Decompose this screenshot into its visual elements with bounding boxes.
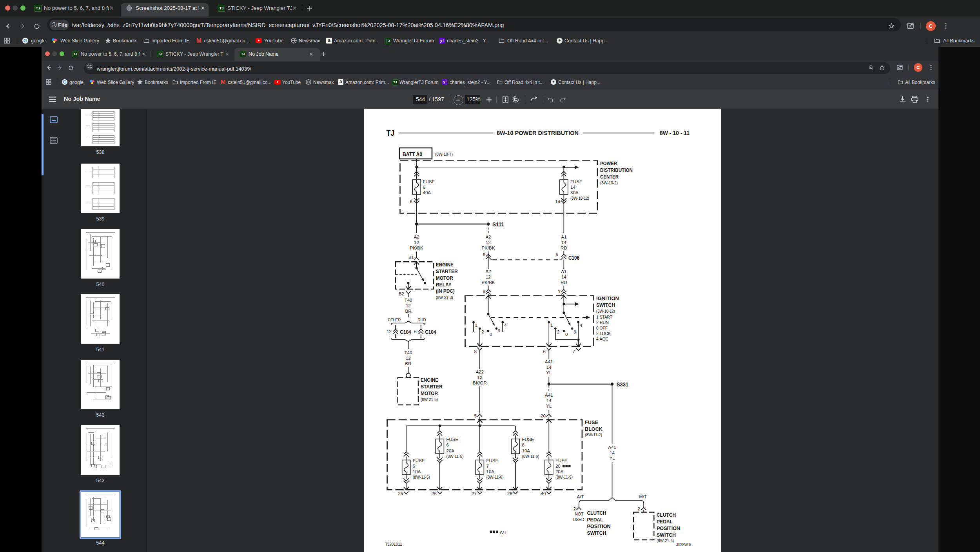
svg-text:20: 20 <box>541 414 546 418</box>
svg-text:SWITCH: SWITCH <box>657 532 676 538</box>
svg-text:PEDAL: PEDAL <box>657 519 673 525</box>
svg-text:12: 12 <box>414 240 419 245</box>
svg-text:SWITCH: SWITCH <box>596 302 615 308</box>
svg-text:8: 8 <box>474 349 477 354</box>
svg-text:FUSE: FUSE <box>446 437 459 442</box>
svg-text:PK/BK: PK/BK <box>410 246 423 250</box>
svg-text:3 LOCK: 3 LOCK <box>596 331 611 336</box>
svg-text:CLUTCH: CLUTCH <box>657 512 676 518</box>
svg-text:FUSE: FUSE <box>486 458 499 463</box>
svg-text:BR: BR <box>405 309 412 313</box>
svg-text:A41: A41 <box>545 359 553 364</box>
svg-text:8W-10 POWER DISTRIBUTION: 8W-10 POWER DISTRIBUTION <box>497 129 579 136</box>
svg-text:20: 20 <box>555 464 561 468</box>
svg-text:9: 9 <box>483 289 485 294</box>
svg-text:BATT A0: BATT A0 <box>403 151 422 157</box>
svg-text:FUSE: FUSE <box>570 179 583 184</box>
svg-text:C104: C104 <box>400 328 412 335</box>
svg-text:YL: YL <box>609 456 615 461</box>
svg-text:(8W-11-6): (8W-11-6) <box>486 475 504 479</box>
svg-text:A41: A41 <box>545 393 553 397</box>
svg-text:SWITCH: SWITCH <box>587 530 606 536</box>
svg-text:ENGINE: ENGINE <box>436 262 454 268</box>
svg-text:8W - 10 - 11: 8W - 10 - 11 <box>660 129 690 136</box>
svg-text:2 RUN: 2 RUN <box>596 320 609 325</box>
svg-text:1 START: 1 START <box>596 315 612 319</box>
svg-text:12: 12 <box>486 240 491 245</box>
svg-text:(8W-11-9): (8W-11-9) <box>555 475 573 479</box>
svg-text:ENGINE: ENGINE <box>421 377 438 383</box>
svg-text:MOTOR: MOTOR <box>421 390 438 396</box>
svg-text:FUSE: FUSE <box>555 458 568 463</box>
svg-text:DISTRIBUTION: DISTRIBUTION <box>600 167 633 173</box>
svg-text:6: 6 <box>423 185 425 189</box>
svg-text:FUSE: FUSE <box>522 437 534 442</box>
svg-text:NOT: NOT <box>575 512 584 516</box>
svg-text:12: 12 <box>477 375 483 380</box>
svg-text:PK/BK: PK/BK <box>482 246 495 250</box>
svg-text:A41: A41 <box>608 445 616 450</box>
svg-text:40: 40 <box>541 491 546 496</box>
svg-text:3: 3 <box>573 330 576 334</box>
svg-text:(8W-11-5): (8W-11-5) <box>446 454 464 459</box>
svg-text:RD: RD <box>561 280 567 285</box>
svg-text:C106: C106 <box>568 254 579 261</box>
svg-text:STARTER: STARTER <box>436 268 458 274</box>
svg-text:CLUTCH: CLUTCH <box>587 510 606 516</box>
svg-text:5: 5 <box>413 464 415 468</box>
svg-text:(8W-10-2): (8W-10-2) <box>600 180 618 185</box>
svg-text:T40: T40 <box>405 298 412 302</box>
svg-text:BLOCK: BLOCK <box>585 426 603 432</box>
svg-text:14: 14 <box>610 450 615 455</box>
svg-text:(8W-11-5): (8W-11-5) <box>413 475 430 479</box>
svg-text:14: 14 <box>561 240 566 245</box>
svg-text:6: 6 <box>414 329 417 334</box>
svg-text:M/T: M/T <box>639 494 647 499</box>
svg-text:1: 1 <box>475 323 477 328</box>
svg-text:14: 14 <box>546 365 552 370</box>
svg-text:FUSE: FUSE <box>413 458 425 463</box>
svg-text:6: 6 <box>483 252 485 257</box>
svg-text:(8W-21-3): (8W-21-3) <box>436 295 453 300</box>
svg-text:6: 6 <box>543 349 546 354</box>
svg-text:12: 12 <box>406 356 411 361</box>
svg-text:1: 1 <box>550 323 553 328</box>
svg-text:10A: 10A <box>522 448 530 453</box>
svg-text:PEDAL: PEDAL <box>587 517 603 523</box>
svg-text:40A: 40A <box>423 190 431 195</box>
svg-text:28: 28 <box>507 491 512 496</box>
svg-text:2: 2 <box>573 506 576 511</box>
svg-text:(8W-21-3): (8W-21-3) <box>421 397 438 402</box>
svg-text:6: 6 <box>446 443 449 447</box>
svg-text:A/T: A/T <box>500 530 506 535</box>
svg-text:(8W-11-2): (8W-11-2) <box>585 432 602 437</box>
svg-text:IGNITION: IGNITION <box>596 295 619 301</box>
svg-text:4 ACC: 4 ACC <box>596 337 608 341</box>
svg-text:4: 4 <box>504 323 507 328</box>
svg-text:12: 12 <box>486 275 491 279</box>
svg-text:A/T: A/T <box>577 494 584 499</box>
svg-text:14: 14 <box>555 199 560 204</box>
svg-text:0 OFF: 0 OFF <box>596 326 608 330</box>
svg-text:(IN PDC): (IN PDC) <box>436 288 455 294</box>
svg-text:FUSE: FUSE <box>585 419 598 425</box>
svg-text:(8W-11-6): (8W-11-6) <box>522 454 539 459</box>
svg-text:2: 2 <box>481 330 484 334</box>
svg-text:7: 7 <box>486 464 489 468</box>
svg-text:OTHER: OTHER <box>388 317 401 322</box>
svg-text:20A: 20A <box>555 469 564 474</box>
svg-text:8: 8 <box>522 443 524 447</box>
svg-text:B1: B1 <box>408 255 414 260</box>
svg-text:2: 2 <box>557 330 559 334</box>
svg-text:B2: B2 <box>399 291 404 296</box>
svg-text:S331: S331 <box>617 381 628 388</box>
svg-text:PK/BK: PK/BK <box>482 280 495 285</box>
svg-text:14: 14 <box>561 275 566 279</box>
svg-text:C104: C104 <box>425 328 436 335</box>
svg-text:12: 12 <box>406 303 411 308</box>
svg-text:14: 14 <box>546 398 552 403</box>
svg-text:(8W-10-12): (8W-10-12) <box>570 196 589 200</box>
svg-text:J028W-5: J028W-5 <box>676 542 691 547</box>
svg-text:2: 2 <box>638 506 640 511</box>
svg-text:A2: A2 <box>485 235 491 239</box>
